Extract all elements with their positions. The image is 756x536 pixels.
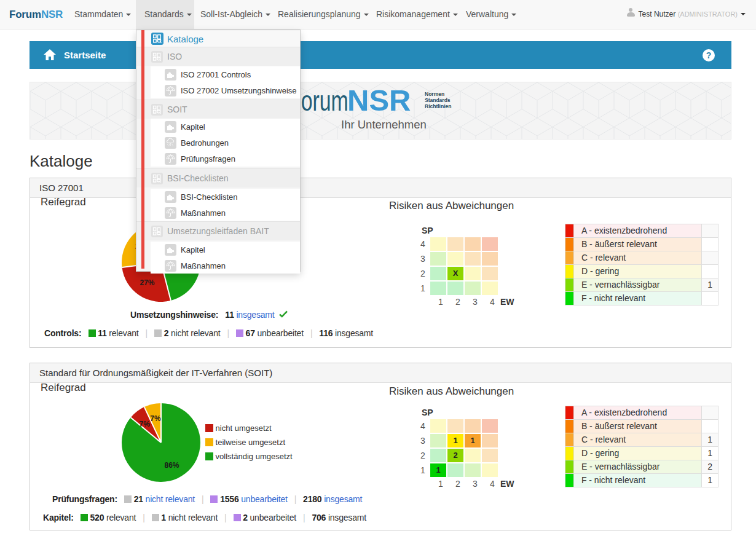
svg-text:7%: 7% [140,420,151,428]
svg-text:27%: 27% [140,278,154,287]
svg-text:86%: 86% [164,461,179,470]
svg-text:7%: 7% [150,414,161,423]
